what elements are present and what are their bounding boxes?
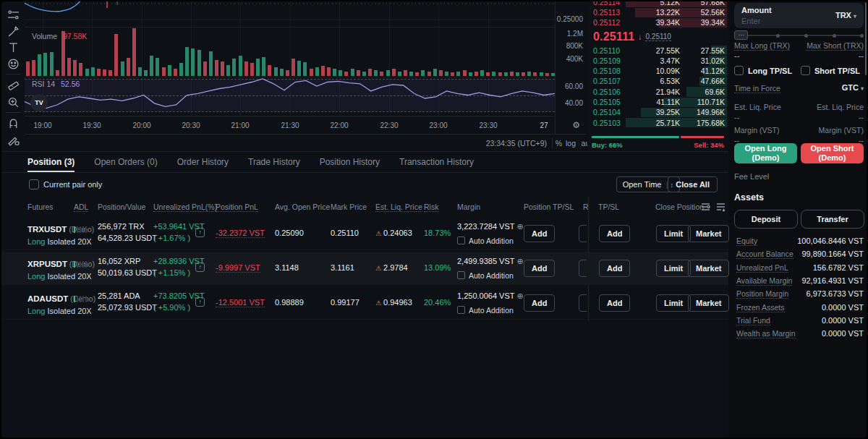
- asset-row: Unrealized PnL156.6782 VST: [736, 263, 864, 274]
- price-scale[interactable]: 0.25000 1.2M 800K 400K 60.00 40.00 ⚙: [555, 1, 586, 134]
- volume-bar: [256, 59, 260, 76]
- volume-bar: [50, 52, 54, 76]
- column-header-avg_open: Avg. Open Price: [275, 203, 330, 211]
- position-tpsl-add-button[interactable]: Add: [524, 260, 555, 277]
- slider-dot-75[interactable]: [833, 34, 836, 38]
- column-filter-icon[interactable]: [700, 201, 711, 212]
- orderbook-total: 175.68K: [697, 118, 725, 128]
- buy-ratio-label: Buy: 66%: [592, 141, 623, 149]
- tab-open-orders-0-[interactable]: Open Orders (0): [94, 152, 157, 172]
- adl-bar: [85, 296, 87, 302]
- tab-order-history[interactable]: Order History: [177, 152, 229, 172]
- percent-scale-button[interactable]: %: [556, 139, 562, 148]
- transfer-button[interactable]: Transfer: [801, 210, 864, 229]
- orderbook-bid-row[interactable]: 0.2510439.25K149.96K: [587, 107, 728, 117]
- orderbook-bid-row[interactable]: 0.251093.47K31.02K: [587, 56, 728, 66]
- reverse-button-clipped[interactable]: [579, 260, 587, 277]
- volume-bar: [374, 70, 378, 76]
- close-market-button[interactable]: Market: [688, 260, 729, 277]
- auto-addition-checkbox[interactable]: [457, 271, 465, 279]
- fib-tool-icon[interactable]: [7, 9, 20, 21]
- emoji-tool-icon[interactable]: [7, 58, 20, 70]
- chart-settings-gear-icon[interactable]: ⚙: [572, 120, 580, 130]
- magnet-tool-icon[interactable]: [7, 117, 20, 129]
- add-margin-icon[interactable]: ⊕: [517, 291, 524, 300]
- short-tpsl-checkbox[interactable]: [801, 66, 810, 75]
- tab-trade-history[interactable]: Trade History: [248, 152, 300, 172]
- volume-bar: [451, 72, 454, 76]
- close-market-button[interactable]: Market: [688, 294, 729, 312]
- tab-position-history[interactable]: Position History: [320, 152, 380, 172]
- chart-plot[interactable]: Volume 97.58K RSI 14 52.56 TV: [25, 1, 555, 134]
- volume-bar: [239, 56, 242, 76]
- drawing-lock-tool-icon[interactable]: [7, 134, 20, 146]
- asset-label: Position Margin: [736, 289, 788, 299]
- open-short-button[interactable]: Open Short(Demo): [801, 143, 864, 163]
- orderbook-bid-row[interactable]: 0.251076.53K47.66K: [587, 76, 728, 86]
- auto-addition-checkbox[interactable]: [457, 236, 465, 244]
- ruler-tool-icon[interactable]: [7, 80, 20, 92]
- volume-bar: [138, 67, 142, 76]
- orderbook-bid-row[interactable]: 0.2510325.71K175.68K: [587, 118, 728, 128]
- rsi-indicator-label: RSI 14 52.56: [32, 80, 80, 88]
- auto-addition-checkbox[interactable]: [457, 306, 465, 314]
- orderbook-last-price-row[interactable]: 0.25111↓0.25110: [587, 28, 728, 46]
- position-pnl-cell: -9.9997 VST: [216, 263, 260, 273]
- orderbook-ask-row[interactable]: 0.251145.12K57.68K: [587, 1, 728, 7]
- text-tool-icon[interactable]: [7, 41, 20, 54]
- share-pnl-icon[interactable]: ↑: [195, 263, 205, 272]
- toolbar-divider: [6, 112, 20, 113]
- orderbook-ask-row[interactable]: 0.2511239.34K39.34K: [587, 17, 728, 27]
- volume-bar: [392, 69, 396, 76]
- reverse-button-clipped[interactable]: [579, 225, 587, 242]
- slider-dot-100[interactable]: [860, 34, 864, 38]
- tab-position-3-[interactable]: Position (3): [27, 152, 75, 172]
- volume-bar: [456, 72, 460, 76]
- time-tick: 22:30: [380, 122, 398, 129]
- panel-scrollbar[interactable]: [865, 1, 867, 75]
- column-settings-icon[interactable]: [715, 201, 726, 212]
- volume-bar: [480, 70, 484, 76]
- close-limit-button[interactable]: Limit: [656, 294, 691, 312]
- orderbook: 0.251145.12K57.68K0.2511313.22K52.56K0.2…: [587, 1, 728, 151]
- position-tpsl-add-button[interactable]: Add: [524, 225, 555, 242]
- share-pnl-icon[interactable]: ↑: [195, 297, 205, 307]
- position-tpsl-add-button[interactable]: Add: [524, 294, 555, 312]
- est-liq-short-label: Est. Liq. Price: [817, 103, 864, 111]
- tpsl-add-button[interactable]: Add: [599, 225, 630, 242]
- current-pair-only-checkbox[interactable]: [29, 179, 39, 189]
- column-header-risk: Risk: [424, 203, 438, 212]
- zoom-in-tool-icon[interactable]: [7, 96, 20, 108]
- share-pnl-icon[interactable]: ↑: [195, 228, 205, 237]
- close-limit-button[interactable]: Limit: [656, 260, 691, 277]
- orderbook-bid-row[interactable]: 0.2510541.11K110.71K: [587, 97, 728, 107]
- deposit-button[interactable]: Deposit: [734, 210, 798, 229]
- brush-tool-icon[interactable]: [7, 25, 20, 38]
- add-margin-icon[interactable]: ⊕: [517, 222, 524, 231]
- orderbook-bid-row[interactable]: 0.2510621.94K69.6K: [587, 87, 728, 97]
- slider-dot-25[interactable]: [776, 34, 780, 38]
- long-tpsl-checkbox[interactable]: [734, 66, 744, 75]
- log-scale-button[interactable]: log: [566, 139, 576, 148]
- tpsl-add-button[interactable]: Add: [599, 260, 630, 277]
- close-all-button[interactable]: Close All: [668, 176, 718, 192]
- orderbook-bid-row[interactable]: 0.2510810.09K41.12K: [587, 66, 728, 76]
- slider-dot-50[interactable]: [804, 34, 808, 38]
- orderbook-bid-row[interactable]: 0.2511027.55K27.55K: [587, 46, 728, 56]
- slider-handle[interactable]: ⋯: [734, 30, 748, 40]
- add-margin-icon[interactable]: ⊕: [517, 257, 524, 265]
- reverse-button-clipped[interactable]: [579, 294, 587, 312]
- time-in-force-selector[interactable]: GTC ▾: [842, 83, 864, 92]
- volume-bar: [344, 72, 348, 76]
- open-long-button[interactable]: Open Long(Demo): [734, 143, 797, 163]
- orderbook-ask-row[interactable]: 0.2511313.22K52.56K: [587, 7, 728, 17]
- close-market-button[interactable]: Market: [688, 225, 729, 242]
- tpsl-add-button[interactable]: Add: [599, 294, 630, 312]
- close-limit-button[interactable]: Limit: [656, 225, 691, 242]
- amount-input[interactable]: Enter: [741, 17, 760, 25]
- time-axis[interactable]: 19:0019:3020:0020:3021:0021:3022:0022:30…: [25, 116, 555, 134]
- orderbook-total: 47.66K: [701, 76, 725, 86]
- tab-transaction-history[interactable]: Transaction History: [399, 152, 474, 172]
- volume-bar: [91, 67, 95, 76]
- currency-selector[interactable]: TRX ▾: [835, 11, 856, 20]
